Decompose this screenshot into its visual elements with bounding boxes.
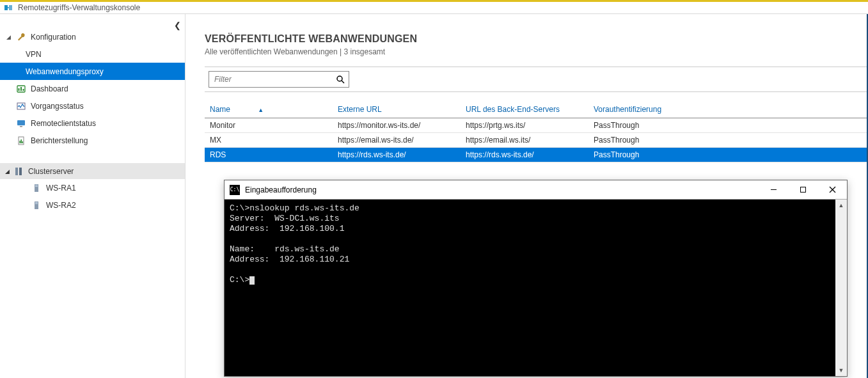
minimize-button[interactable] [759, 180, 788, 199]
table-cell: MX [205, 133, 333, 148]
wrench-icon [15, 33, 27, 42]
svg-rect-14 [19, 168, 22, 175]
svg-line-22 [342, 81, 344, 83]
svg-point-21 [337, 76, 342, 81]
sidebar-label: Berichterstellung [31, 136, 88, 145]
table-cell: https://email.ws-its.de/ [333, 133, 461, 148]
sidebar-item-cluster-node[interactable]: WS-RA1 [0, 179, 185, 196]
filter-box [209, 71, 349, 88]
sidebar-group-clusterservers[interactable]: ◢ Clusterserver [0, 163, 185, 179]
column-header-backend-url[interactable]: URL des Back-End-Servers [461, 101, 588, 118]
scroll-up-icon[interactable]: ▲ [835, 200, 847, 211]
svg-rect-13 [15, 168, 18, 175]
svg-rect-3 [19, 88, 20, 91]
svg-rect-17 [35, 186, 38, 187]
sidebar-item-dashboard[interactable]: Dashboard [0, 80, 185, 97]
table-cell: https://rds.ws-its.de/ [461, 148, 588, 162]
table-cell: RDS [205, 148, 333, 162]
search-button[interactable] [332, 72, 349, 87]
servers-icon [13, 167, 24, 176]
svg-rect-4 [20, 87, 22, 91]
svg-rect-24 [800, 187, 805, 193]
svg-rect-0 [4, 5, 8, 10]
svg-rect-12 [22, 141, 24, 143]
svg-rect-5 [23, 89, 24, 91]
cmd-icon: C:\ [230, 185, 240, 195]
page-title: VERÖFFENTLICHTE WEBANWENDUNGEN [205, 33, 867, 45]
close-button[interactable] [817, 180, 847, 199]
expander-icon: ◢ [5, 168, 13, 175]
app-titlebar: Remotezugriffs-Verwaltungskonsole [0, 0, 868, 14]
filter-toolbar [205, 67, 867, 92]
table-cell: PassThrough [588, 133, 867, 148]
sidebar-item-vpn[interactable]: VPN [0, 45, 185, 63]
scroll-down-icon[interactable]: ▼ [835, 365, 847, 376]
sort-asc-icon: ▲ [258, 107, 264, 113]
sidebar: ❮ ◢ Konfiguration VPN Webanwendungsproxy… [0, 14, 185, 378]
table-cell: https://monitor.ws-its.de/ [333, 118, 461, 133]
monitor-icon [15, 119, 27, 128]
table-cell: PassThrough [588, 118, 867, 133]
column-header-external-url[interactable]: Externe URL [333, 101, 461, 118]
server-icon [31, 184, 42, 193]
sidebar-item-reporting[interactable]: Berichterstellung [0, 132, 185, 149]
column-header-preauth[interactable]: Vorauthentifizierung [588, 101, 867, 118]
console-title: Eingabeaufforderung [245, 185, 317, 194]
app-icon [4, 3, 14, 13]
table-row[interactable]: Monitorhttps://monitor.ws-its.de/https:/… [205, 118, 867, 133]
sidebar-label: Vorgangsstatus [31, 102, 84, 111]
filter-input[interactable] [209, 72, 349, 87]
status-icon [15, 102, 27, 111]
table-cell: Monitor [205, 118, 333, 133]
sidebar-label: WS-RA1 [46, 184, 76, 193]
report-icon [15, 136, 27, 145]
app-title: Remotezugriffs-Verwaltungskonsole [18, 3, 140, 12]
sidebar-label: Konfiguration [31, 33, 76, 42]
column-header-name[interactable]: Name ▲ [205, 101, 333, 118]
svg-rect-10 [20, 141, 21, 143]
svg-rect-16 [35, 185, 38, 185]
collapse-sidebar-icon[interactable]: ❮ [174, 20, 181, 30]
svg-rect-19 [35, 202, 38, 203]
svg-rect-20 [35, 203, 38, 204]
table-cell: https://prtg.ws.its/ [461, 118, 588, 133]
sidebar-label: WS-RA2 [46, 201, 76, 210]
console-output[interactable]: C:\>nslookup rds.ws-its.de Server: WS-DC… [225, 200, 835, 376]
cursor [249, 276, 255, 285]
svg-rect-1 [9, 5, 12, 10]
svg-rect-7 [17, 120, 25, 125]
command-prompt-window: C:\ Eingabeaufforderung C:\>nslookup rds… [224, 180, 848, 377]
svg-rect-8 [20, 126, 22, 127]
sidebar-item-cluster-node[interactable]: WS-RA2 [0, 196, 185, 214]
console-scrollbar[interactable]: ▲ ▼ [835, 200, 847, 376]
sidebar-item-operations-status[interactable]: Vorgangsstatus [0, 97, 185, 114]
published-apps-table: Name ▲ Externe URL URL des Back-End-Serv… [205, 101, 867, 162]
dashboard-icon [15, 84, 27, 93]
sidebar-item-webapp-proxy[interactable]: Webanwendungsproxy [0, 63, 185, 80]
search-icon [336, 75, 345, 84]
server-icon [31, 201, 42, 210]
svg-rect-11 [21, 139, 22, 143]
sidebar-item-configuration[interactable]: ◢ Konfiguration [0, 28, 185, 45]
sidebar-label: Remoteclientstatus [31, 119, 96, 128]
sidebar-label: Webanwendungsproxy [26, 67, 104, 76]
expander-icon: ◢ [6, 34, 14, 40]
table-row[interactable]: RDShttps://rds.ws-its.de/https://rds.ws-… [205, 148, 867, 162]
table-cell: https://rds.ws-its.de/ [333, 148, 461, 162]
table-row[interactable]: MXhttps://email.ws-its.de/https://email.… [205, 133, 867, 148]
sidebar-label: Clusterserver [28, 167, 74, 176]
sidebar-label: Dashboard [31, 84, 68, 93]
table-cell: PassThrough [588, 148, 867, 162]
table-cell: https://email.ws.its/ [461, 133, 588, 148]
page-subtitle: Alle veröffentlichten Webanwendungen | 3… [205, 47, 867, 56]
maximize-button[interactable] [788, 180, 817, 199]
sidebar-item-remote-client-status[interactable]: Remoteclientstatus [0, 114, 185, 132]
console-titlebar[interactable]: C:\ Eingabeaufforderung [225, 180, 847, 200]
sidebar-label: VPN [26, 50, 42, 59]
